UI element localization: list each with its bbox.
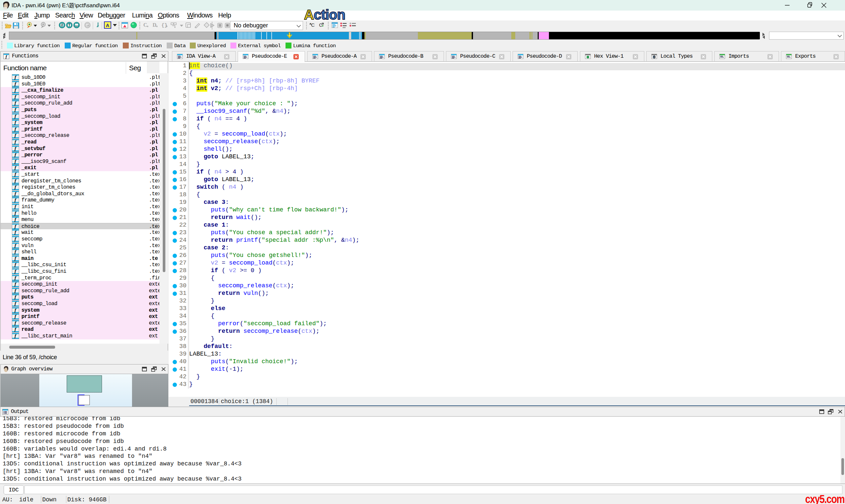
svg-text:A: A [106, 22, 110, 28]
svg-text:{}: {} [161, 23, 168, 29]
svg-text:#: # [61, 23, 63, 27]
svg-text:D: D [153, 22, 156, 28]
svg-text:T: T [68, 23, 71, 27]
svg-text:O: O [653, 56, 655, 59]
svg-text:C: C [143, 22, 147, 28]
svg-text:vcv: vcv [75, 25, 78, 27]
